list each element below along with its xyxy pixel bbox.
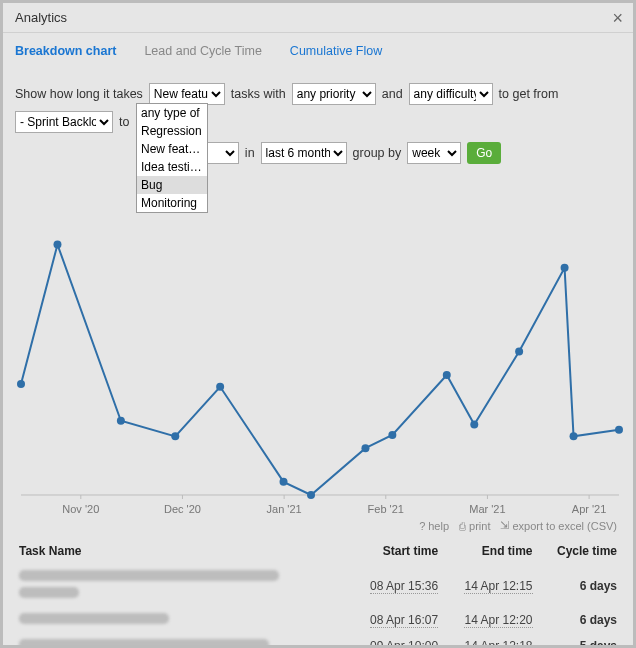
dialog-title: Analytics [15,10,67,25]
type-option-regression[interactable]: Regression [137,122,207,140]
start-time-cell: 08 Apr 15:36 [348,564,442,607]
end-time-cell: 14 Apr 12:15 [442,564,536,607]
dialog-body: Show how long it takes New feature tasks… [3,69,633,645]
svg-point-6 [280,478,288,486]
table-row[interactable]: 08 Apr 15:36 14 Apr 12:15 6 days [15,564,621,607]
cycle-cell: 6 days [537,564,621,607]
go-button[interactable]: Go [467,142,501,164]
svg-text:Nov '20: Nov '20 [62,503,99,515]
svg-text:Dec '20: Dec '20 [164,503,201,515]
filter-text-6: in [245,146,255,160]
type-option-bug[interactable]: Bug [137,176,207,194]
line-chart: Nov '20Dec '20Jan '21Feb '21Mar '21Apr '… [15,215,625,517]
svg-text:Mar '21: Mar '21 [469,503,505,515]
cycle-cell: 5 days [537,633,621,645]
task-name-cell [15,607,348,633]
type-option-newfeature[interactable]: New feature [137,140,207,158]
filter-row-1: Show how long it takes New feature tasks… [15,83,621,133]
results-table: Task Name Start time End time Cycle time… [15,538,621,645]
svg-text:Jan '21: Jan '21 [267,503,302,515]
help-link[interactable]: ? help [419,519,449,532]
end-time-cell: 14 Apr 12:18 [442,633,536,645]
filter-text-7: group by [353,146,402,160]
close-icon[interactable]: × [612,3,623,33]
task-name-cell [15,564,348,607]
svg-point-2 [53,241,61,249]
tabs: Breakdown chart Lead and Cycle Time Cumu… [3,33,633,69]
period-select[interactable]: last 6 months [261,142,347,164]
tab-lead-cycle-time[interactable]: Lead and Cycle Time [144,44,261,58]
filter-text-4: to get from [499,87,559,101]
svg-point-11 [470,421,478,429]
chart-container: Nov '20Dec '20Jan '21Feb '21Mar '21Apr '… [15,215,621,517]
type-option-any[interactable]: any type of [137,104,207,122]
svg-text:Apr '21: Apr '21 [572,503,607,515]
type-select[interactable]: New feature [149,83,225,105]
svg-point-4 [171,432,179,440]
svg-point-13 [561,264,569,272]
groupby-select[interactable]: week [407,142,461,164]
tab-cumulative-flow[interactable]: Cumulative Flow [290,44,382,58]
tab-breakdown-chart[interactable]: Breakdown chart [15,44,116,58]
svg-point-14 [570,432,578,440]
print-link[interactable]: ⎙ print [459,519,490,532]
th-start: Start time [348,538,442,564]
dialog-header: Analytics × [3,3,633,33]
svg-point-15 [615,426,623,434]
table-row[interactable]: 08 Apr 16:07 14 Apr 12:20 6 days [15,607,621,633]
filter-text-5: to [119,115,129,129]
svg-point-9 [388,431,396,439]
start-time-cell: 08 Apr 16:07 [348,607,442,633]
chart-toolbar: ? help ⎙ print ⇲ export to excel (CSV) [15,517,621,538]
svg-point-3 [117,417,125,425]
th-task: Task Name [15,538,348,564]
svg-point-8 [361,444,369,452]
filter-row-2: Show how long it takes in last 6 months … [15,139,621,167]
end-time-cell: 14 Apr 12:20 [442,607,536,633]
svg-point-1 [17,380,25,388]
task-name-cell [15,633,348,645]
cycle-cell: 6 days [537,607,621,633]
priority-select[interactable]: any priority [292,83,376,105]
difficulty-select[interactable]: any difficulty [409,83,493,105]
svg-point-12 [515,347,523,355]
type-select-options: any type of Regression New feature Idea … [136,103,208,213]
filter-text-3: and [382,87,403,101]
th-cycle: Cycle time [537,538,621,564]
th-end: End time [442,538,536,564]
from-stage-select[interactable]: - Sprint Backlog [15,111,113,133]
filter-text-2: tasks with [231,87,286,101]
svg-point-5 [216,383,224,391]
start-time-cell: 09 Apr 10:00 [348,633,442,645]
type-option-monitoring[interactable]: Monitoring [137,194,207,212]
svg-point-10 [443,371,451,379]
svg-text:Feb '21: Feb '21 [368,503,404,515]
export-link[interactable]: ⇲ export to excel (CSV) [500,519,617,532]
svg-point-7 [307,491,315,499]
type-option-ideatesting[interactable]: Idea testing [137,158,207,176]
filter-text-1: Show how long it takes [15,87,143,101]
table-row[interactable]: 09 Apr 10:00 14 Apr 12:18 5 days [15,633,621,645]
